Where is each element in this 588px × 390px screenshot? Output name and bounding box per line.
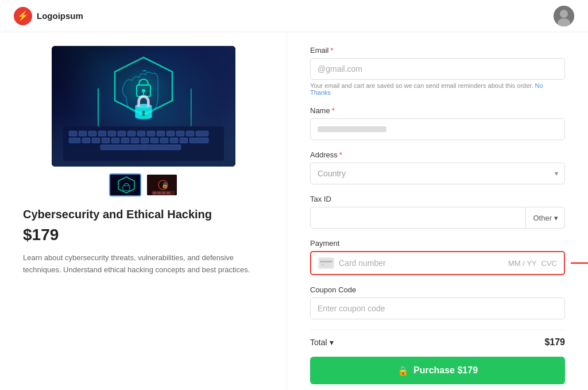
svg-rect-11 <box>137 131 145 136</box>
payment-input[interactable]: Card number MM / YY CVC <box>310 251 565 275</box>
coupon-group: Coupon Code <box>310 285 565 319</box>
svg-rect-22 <box>111 138 119 143</box>
name-label: Name * <box>310 106 565 115</box>
svg-rect-12 <box>147 131 155 136</box>
svg-rect-25 <box>141 138 149 143</box>
total-row: Total ▾ $179 <box>310 330 565 354</box>
tax-id-other-button[interactable]: Other ▾ <box>525 207 565 229</box>
svg-rect-19 <box>82 138 90 143</box>
svg-rect-28 <box>170 138 178 143</box>
tax-id-wrapper: Other ▾ <box>310 207 565 229</box>
card-icon <box>318 257 334 269</box>
product-title: Cybersecurity and Ethical Hacking <box>23 208 264 221</box>
name-required: * <box>332 106 335 115</box>
svg-rect-16 <box>186 131 194 136</box>
svg-text:🔒: 🔒 <box>161 182 169 189</box>
payment-group: Payment Card number <box>310 239 565 275</box>
product-price: $179 <box>23 226 264 244</box>
svg-rect-9 <box>118 131 126 136</box>
svg-rect-20 <box>92 138 100 143</box>
svg-rect-7 <box>98 131 106 136</box>
svg-rect-45 <box>167 192 170 194</box>
svg-rect-8 <box>108 131 116 136</box>
svg-rect-14 <box>167 131 175 136</box>
svg-rect-30 <box>189 138 208 143</box>
name-group: Name * <box>310 106 565 140</box>
svg-point-36 <box>109 55 178 118</box>
product-image <box>52 46 235 167</box>
total-chevron-icon: ▾ <box>330 338 334 347</box>
svg-rect-27 <box>160 138 168 143</box>
thumbnail-2[interactable]: 🔒 <box>146 173 178 196</box>
logo-icon: ⚡ <box>14 7 32 25</box>
country-select[interactable]: Country United States United Kingdom Can… <box>310 163 565 184</box>
svg-rect-26 <box>150 138 158 143</box>
card-expiry: MM / YY <box>508 259 537 268</box>
total-label[interactable]: Total ▾ <box>310 338 334 347</box>
svg-rect-44 <box>162 192 165 194</box>
address-label: Address * <box>310 150 565 159</box>
svg-rect-31 <box>100 145 181 150</box>
email-required: * <box>331 46 334 55</box>
country-select-wrapper: Country United States United Kingdom Can… <box>310 163 565 184</box>
red-arrow-indicator <box>571 257 588 269</box>
svg-rect-24 <box>131 138 139 143</box>
purchase-button-label: Purchase $179 <box>413 365 478 376</box>
payment-label: Payment <box>310 239 565 248</box>
payment-input-wrapper: Card number MM / YY CVC <box>310 251 565 275</box>
name-placeholder-bar <box>318 126 386 132</box>
svg-rect-29 <box>180 138 188 143</box>
total-amount: $179 <box>544 337 565 347</box>
svg-rect-5 <box>79 131 87 136</box>
tax-id-chevron-icon: ▾ <box>554 214 558 222</box>
svg-rect-50 <box>321 264 324 265</box>
svg-rect-18 <box>69 138 80 143</box>
purchase-button[interactable]: 🔒 Purchase $179 <box>310 357 565 384</box>
thumbnail-1[interactable] <box>109 173 141 196</box>
tax-id-label: Tax ID <box>310 195 565 203</box>
right-panel: Email * Your email and cart are saved so… <box>287 32 588 390</box>
thumbnails: 🔒 <box>23 173 264 196</box>
email-input[interactable] <box>310 58 565 80</box>
svg-rect-43 <box>157 192 161 194</box>
name-input-display[interactable] <box>310 118 565 140</box>
svg-rect-4 <box>69 131 77 136</box>
svg-rect-17 <box>196 131 208 136</box>
svg-rect-42 <box>153 192 156 194</box>
svg-rect-23 <box>121 138 129 143</box>
coupon-input[interactable] <box>310 298 565 319</box>
email-label: Email * <box>310 46 565 55</box>
logo-area: ⚡ Logoipsum <box>14 7 83 25</box>
logo-text: Logoipsum <box>37 11 83 21</box>
svg-point-1 <box>560 10 568 18</box>
email-group: Email * Your email and cart are saved so… <box>310 46 565 96</box>
svg-rect-6 <box>88 131 96 136</box>
no-thanks-link[interactable]: No Thanks <box>310 82 543 96</box>
left-panel: 🔒 Cybersecurity and Ethical Hacking $179… <box>0 32 287 390</box>
card-right-fields: MM / YY CVC <box>508 259 557 268</box>
svg-rect-48 <box>320 258 332 268</box>
header: ⚡ Logoipsum <box>0 0 588 32</box>
address-group: Address * Country United States United K… <box>310 150 565 184</box>
svg-rect-13 <box>157 131 165 136</box>
svg-rect-49 <box>320 261 332 262</box>
svg-rect-15 <box>176 131 184 136</box>
main-content: 🔒 Cybersecurity and Ethical Hacking $179… <box>0 32 588 390</box>
avatar[interactable] <box>554 6 574 26</box>
card-number-placeholder: Card number <box>318 257 386 269</box>
coupon-label: Coupon Code <box>310 285 565 294</box>
card-cvc: CVC <box>541 259 557 268</box>
email-hint: Your email and cart are saved so we can … <box>310 82 565 96</box>
tax-id-group: Tax ID Other ▾ <box>310 195 565 229</box>
lock-icon: 🔒 <box>397 365 409 376</box>
product-description: Learn about cybersecurity threats, vulne… <box>23 252 264 276</box>
svg-rect-21 <box>102 138 110 143</box>
svg-rect-10 <box>127 131 136 136</box>
address-required: * <box>339 150 342 159</box>
